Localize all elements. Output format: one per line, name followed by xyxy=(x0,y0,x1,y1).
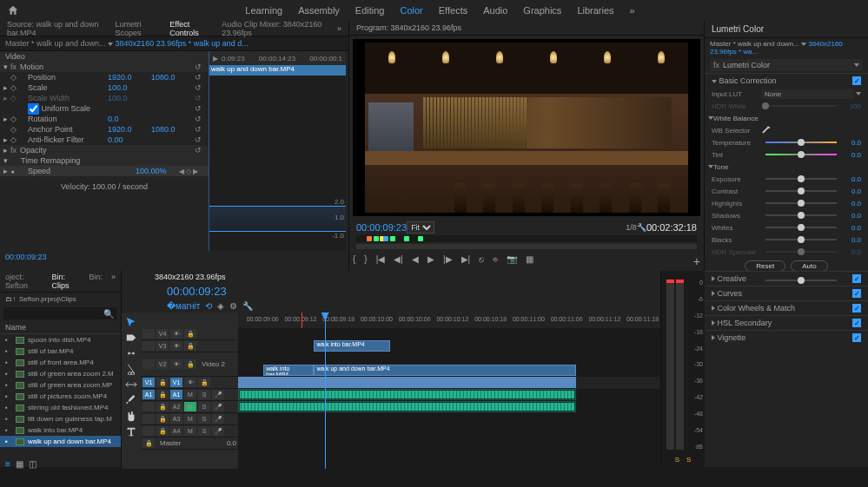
ec-position-y[interactable]: 1080.0 xyxy=(151,73,195,82)
timeline-seq-tab[interactable]: 3840x2160 23.96fps xyxy=(155,273,226,281)
project-search[interactable]: 🔍 xyxy=(3,307,117,319)
ec-speed-graph[interactable]: 2.0 1.0 -1.0 xyxy=(209,206,346,232)
wrench-icon[interactable]: 🔧 xyxy=(637,223,646,232)
v3-lock[interactable]: 🔒 xyxy=(184,341,196,351)
creative-section[interactable]: Creative xyxy=(718,274,747,283)
clip-item[interactable]: ▪still of front area.MP4 xyxy=(0,357,121,368)
basic-correction-chk[interactable] xyxy=(852,76,861,85)
input-lut-select[interactable]: None xyxy=(762,89,854,99)
a4-mute[interactable]: M xyxy=(184,426,196,436)
a2-solo[interactable]: S xyxy=(198,402,210,411)
shadows-slider[interactable] xyxy=(765,214,837,216)
ec-rotation-val[interactable]: 0.0 xyxy=(108,115,151,123)
lumetri-preset[interactable]: Lumetri Color xyxy=(723,61,770,69)
a3-track[interactable] xyxy=(238,413,660,425)
clip-item[interactable]: ▪walk up and down bar.MP4 xyxy=(0,436,121,447)
razor-icon[interactable] xyxy=(125,363,137,375)
a2-mute[interactable]: M xyxy=(184,402,196,411)
v4-src[interactable] xyxy=(142,329,155,339)
a4-solo[interactable]: S xyxy=(198,426,210,436)
tab-source[interactable]: Source: walk up and down bar.MP4 xyxy=(7,20,103,37)
a3-solo[interactable]: S xyxy=(198,414,210,424)
blacks-slider[interactable] xyxy=(765,239,837,240)
tab-effect-controls[interactable]: Effect Controls xyxy=(169,20,209,37)
v2-toggle[interactable]: 👁 xyxy=(170,359,182,369)
a3-target[interactable]: A3 xyxy=(170,414,182,424)
tint-slider[interactable] xyxy=(765,154,837,155)
v3-target[interactable]: V3 xyxy=(156,341,169,351)
program-marker-bar[interactable] xyxy=(356,235,697,242)
clip-item[interactable]: ▪stirring old fashioned.MP4 xyxy=(0,402,121,413)
clip-v2-a[interactable]: walk into bar.MP4 xyxy=(263,365,314,376)
timeline-tc[interactable]: 00:00:09:23 xyxy=(141,283,279,299)
v3-track[interactable]: walk into bar.MP4 xyxy=(238,340,660,352)
snap-icon[interactable]: �магніт xyxy=(167,301,200,311)
tab-bin-clips[interactable]: Bin: Clips xyxy=(51,273,80,290)
ws-graphics[interactable]: Graphics xyxy=(523,5,561,16)
creative-chk[interactable] xyxy=(852,274,861,283)
lift-icon[interactable]: ⎋ xyxy=(479,254,484,268)
ec-position-x[interactable]: 1920.0 xyxy=(108,73,151,82)
freeform-view-icon[interactable]: ◫ xyxy=(29,459,36,469)
tab-bin[interactable]: Bin: xyxy=(89,273,103,290)
play-back-icon[interactable]: ◀ xyxy=(412,254,419,268)
v2-target[interactable]: V2 xyxy=(156,359,169,369)
go-out-icon[interactable]: ▶| xyxy=(461,254,471,268)
wheels-section[interactable]: Color Wheels & Match xyxy=(718,304,796,313)
curves-section[interactable]: Curves xyxy=(718,289,743,298)
master-val[interactable]: 0.0 xyxy=(227,439,236,447)
ec-speed-val[interactable]: 100.00% xyxy=(136,167,179,175)
a1-src[interactable]: A1 xyxy=(142,390,155,399)
hsl-chk[interactable] xyxy=(852,319,861,327)
bin-up-icon[interactable]: 🗀↑ xyxy=(5,295,16,303)
ws-effects[interactable]: Effects xyxy=(439,5,467,16)
clip-item[interactable]: ▪walk into bar.MP4 xyxy=(0,424,121,436)
clip-v1[interactable] xyxy=(238,377,576,388)
selection-tool-icon[interactable] xyxy=(125,316,137,328)
a4-target[interactable]: A4 xyxy=(170,426,182,436)
mark-out-icon[interactable]: } xyxy=(364,254,367,268)
a1-solo[interactable]: S xyxy=(198,390,210,399)
wrench-icon-tl[interactable]: 🔧 xyxy=(242,301,253,311)
program-scrubber[interactable] xyxy=(356,244,697,249)
linked-sel-icon[interactable]: ⟲ xyxy=(205,301,212,311)
icon-view-icon[interactable]: ▦ xyxy=(16,459,23,469)
ec-speed[interactable]: Speed xyxy=(17,167,136,175)
clip-a2[interactable] xyxy=(238,401,576,412)
ws-color[interactable]: Color xyxy=(400,5,422,16)
clip-a1[interactable] xyxy=(238,389,576,400)
exposure-slider[interactable] xyxy=(765,178,837,180)
ec-rotation[interactable]: Rotation xyxy=(17,115,108,123)
a2-track[interactable] xyxy=(238,401,660,413)
ec-position[interactable]: Position xyxy=(17,73,108,82)
ec-antiflicker[interactable]: Anti-flicker Filter xyxy=(17,135,108,144)
marker-icon[interactable]: ◈ xyxy=(217,301,224,311)
v2-src[interactable] xyxy=(142,359,155,369)
tone-section[interactable]: Tone xyxy=(713,163,728,171)
panel-overflow[interactable]: » xyxy=(337,24,341,33)
saturation-slider[interactable] xyxy=(765,280,837,281)
v4-track[interactable] xyxy=(238,328,660,340)
vignette-section[interactable]: Vignette xyxy=(718,333,746,342)
program-tc[interactable]: 00:00:09:23 xyxy=(356,222,407,233)
v1-toggle[interactable]: 👁 xyxy=(184,378,196,387)
step-back-icon[interactable]: ◀| xyxy=(394,254,403,268)
clip-item[interactable]: ▪tilt down on guinness tap.M xyxy=(0,413,121,424)
curves-chk[interactable] xyxy=(852,289,861,298)
contrast-slider[interactable] xyxy=(765,190,837,192)
go-in-icon[interactable]: |◀ xyxy=(376,254,386,268)
list-view-icon[interactable]: ≡ xyxy=(5,459,10,469)
temperature-slider[interactable] xyxy=(765,141,837,143)
ec-motion[interactable]: Motion xyxy=(17,63,195,71)
clip-item[interactable]: ▪still of pictures zoom.MP4 xyxy=(0,391,121,402)
export-frame-icon[interactable]: 📷 xyxy=(507,254,517,268)
solo-right[interactable]: S xyxy=(686,456,691,464)
ws-editing[interactable]: Editing xyxy=(355,5,385,16)
lumetri-basic-correction[interactable]: Basic Correction xyxy=(719,76,777,85)
v1-track[interactable] xyxy=(238,377,660,389)
type-icon[interactable] xyxy=(125,425,137,438)
track-select-icon[interactable] xyxy=(125,332,137,344)
ec-time-remapping[interactable]: Time Remapping xyxy=(17,156,205,165)
hand-icon[interactable] xyxy=(125,410,137,422)
clip-item[interactable]: ▪still of bar.MP4 xyxy=(0,346,121,357)
